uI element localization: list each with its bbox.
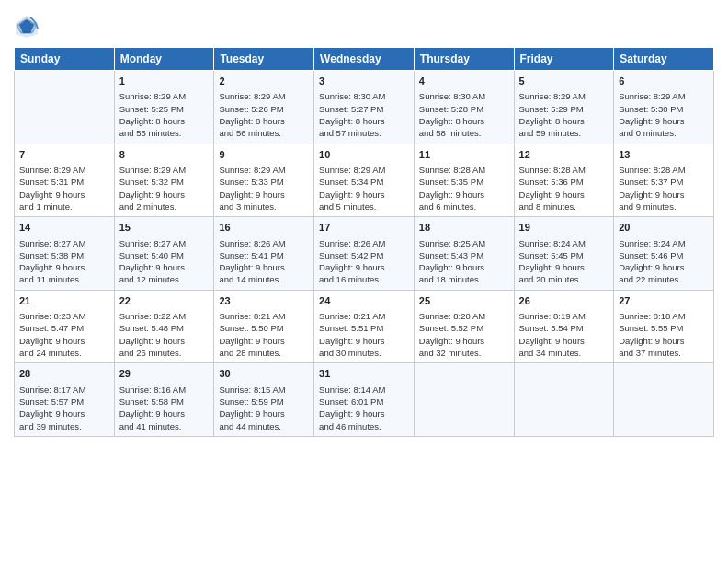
calendar-cell [614,363,714,437]
calendar-cell: 19Sunrise: 8:24 AMSunset: 5:45 PMDayligh… [514,217,614,291]
day-info-line: Sunrise: 8:29 AM [219,90,309,102]
calendar-cell: 4Sunrise: 8:30 AMSunset: 5:28 PMDaylight… [414,71,514,144]
calendar-cell: 18Sunrise: 8:25 AMSunset: 5:43 PMDayligh… [414,217,514,291]
day-info-line: and 6 minutes. [419,201,509,213]
day-info-line: Sunrise: 8:16 AM [119,384,210,396]
calendar-cell: 2Sunrise: 8:29 AMSunset: 5:26 PMDaylight… [214,71,314,144]
day-info-line: Daylight: 9 hours [19,261,109,273]
day-info-line: Sunrise: 8:29 AM [519,90,609,102]
day-info-line: Sunset: 5:57 PM [19,396,109,408]
day-info-line: Daylight: 9 hours [319,261,409,273]
day-info-line: Sunset: 5:30 PM [619,103,709,115]
day-info-line: Sunset: 5:26 PM [219,103,309,115]
day-info-line: and 22 minutes. [619,273,709,285]
day-info-line: Daylight: 9 hours [619,335,709,347]
day-number: 12 [519,148,609,162]
day-info-line: and 39 minutes. [19,420,109,432]
day-number: 23 [219,294,309,308]
day-number: 21 [19,294,109,308]
day-info-line: Sunset: 5:55 PM [619,322,709,334]
day-info-line: Sunrise: 8:20 AM [419,310,509,322]
calendar-cell: 1Sunrise: 8:29 AMSunset: 5:25 PMDaylight… [114,71,214,144]
day-info-line: Sunrise: 8:28 AM [419,164,509,176]
day-info-line: Sunrise: 8:29 AM [19,164,109,176]
day-info-line: Sunrise: 8:29 AM [119,90,210,102]
day-info-line: and 14 minutes. [219,273,309,285]
day-info-line: and 1 minute. [19,201,109,213]
day-info-line: Sunset: 5:38 PM [19,249,109,261]
calendar-cell: 23Sunrise: 8:21 AMSunset: 5:50 PMDayligh… [214,290,314,363]
day-info-line: Sunset: 5:25 PM [119,103,210,115]
day-info-line: Daylight: 8 hours [319,115,409,127]
day-info-line: and 8 minutes. [519,201,609,213]
day-info-line: Daylight: 9 hours [19,335,109,347]
calendar-cell: 22Sunrise: 8:22 AMSunset: 5:48 PMDayligh… [114,290,214,363]
day-info-line: Daylight: 8 hours [219,115,309,127]
day-info-line: Sunset: 5:41 PM [219,249,309,261]
calendar-cell: 11Sunrise: 8:28 AMSunset: 5:35 PMDayligh… [414,144,514,217]
day-info-line: Sunrise: 8:18 AM [619,310,709,322]
calendar-cell: 21Sunrise: 8:23 AMSunset: 5:47 PMDayligh… [15,290,115,363]
day-info-line: Sunrise: 8:15 AM [219,384,309,396]
calendar-week-row: 28Sunrise: 8:17 AMSunset: 5:57 PMDayligh… [15,363,714,437]
day-info-line: Daylight: 9 hours [119,261,210,273]
day-info-line: Sunrise: 8:24 AM [619,237,709,249]
calendar-cell [15,71,115,144]
day-number: 1 [119,75,210,88]
day-info-line: Daylight: 9 hours [619,261,709,273]
day-info-line: Daylight: 9 hours [319,189,409,201]
day-info-line: Sunrise: 8:27 AM [119,237,210,249]
day-number: 8 [119,148,210,162]
day-info-line: Daylight: 9 hours [519,261,609,273]
day-info-line: Sunset: 5:29 PM [519,103,609,115]
calendar-week-row: 1Sunrise: 8:29 AMSunset: 5:25 PMDaylight… [15,71,714,144]
logo [14,14,43,40]
day-info-line: and 41 minutes. [119,420,210,432]
calendar-cell: 12Sunrise: 8:28 AMSunset: 5:36 PMDayligh… [514,144,614,217]
day-info-line: Daylight: 9 hours [19,408,109,419]
day-number: 28 [19,367,109,381]
day-info-line: Sunrise: 8:22 AM [119,310,210,322]
day-info-line: and 34 minutes. [519,347,609,359]
day-info-line: Daylight: 8 hours [419,115,509,127]
day-number: 13 [619,148,709,162]
day-info-line: Sunrise: 8:30 AM [319,90,409,102]
col-header-wednesday: Wednesday [314,48,415,71]
col-header-friday: Friday [514,48,614,71]
logo-icon [14,14,40,40]
day-number: 18 [419,221,509,235]
day-info-line: Daylight: 9 hours [119,189,210,201]
day-number: 2 [219,75,309,88]
day-info-line: and 32 minutes. [419,347,509,359]
calendar-cell: 27Sunrise: 8:18 AMSunset: 5:55 PMDayligh… [614,290,714,363]
day-info-line: Sunrise: 8:30 AM [419,90,509,102]
day-info-line: Sunrise: 8:23 AM [19,310,109,322]
day-info-line: Sunset: 5:34 PM [319,176,409,188]
calendar-cell: 30Sunrise: 8:15 AMSunset: 5:59 PMDayligh… [214,363,314,437]
day-info-line: Sunset: 5:45 PM [519,249,609,261]
day-info-line: Sunset: 5:46 PM [619,249,709,261]
day-info-line: Sunset: 5:40 PM [119,249,210,261]
day-number: 5 [519,75,609,88]
day-info-line: Sunrise: 8:29 AM [619,90,709,102]
day-info-line: Sunset: 5:54 PM [519,322,609,334]
day-info-line: and 16 minutes. [319,273,409,285]
day-number: 11 [419,148,509,162]
day-info-line: Sunset: 5:59 PM [219,396,309,408]
calendar-cell: 31Sunrise: 8:14 AMSunset: 6:01 PMDayligh… [314,363,415,437]
day-info-line: Sunset: 5:33 PM [219,176,309,188]
day-info-line: Daylight: 9 hours [219,189,309,201]
day-info-line: and 46 minutes. [319,420,409,432]
day-number: 6 [619,75,709,88]
calendar-week-row: 14Sunrise: 8:27 AMSunset: 5:38 PMDayligh… [15,217,714,291]
day-info-line: and 28 minutes. [219,347,309,359]
day-number: 29 [119,367,210,381]
day-info-line: Sunset: 5:32 PM [119,176,210,188]
day-info-line: Daylight: 8 hours [119,115,210,127]
day-info-line: Sunset: 5:51 PM [319,322,409,334]
day-number: 4 [419,75,509,88]
day-number: 9 [219,148,309,162]
header [14,9,714,40]
day-info-line: Daylight: 9 hours [119,335,210,347]
day-info-line: and 55 minutes. [119,127,210,139]
